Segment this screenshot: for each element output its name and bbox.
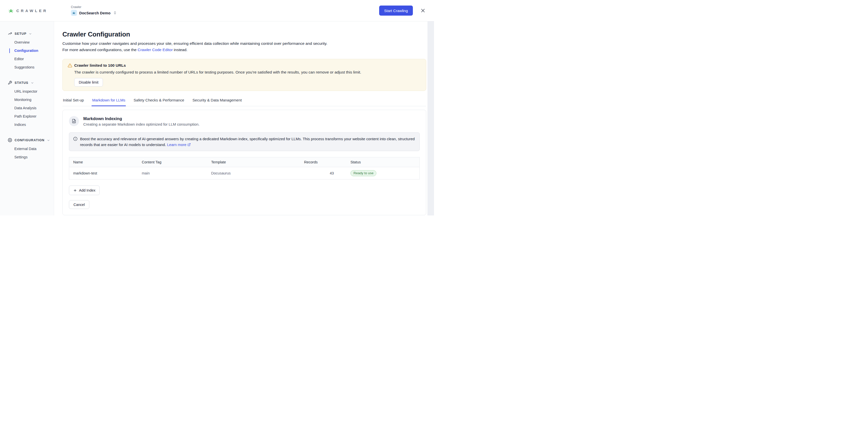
sidebar-item-data-analysis[interactable]: Data Analysis: [0, 104, 54, 112]
cancel-button[interactable]: Cancel: [69, 200, 89, 209]
brand-logo: CRAWLER: [8, 8, 48, 13]
warning-body: The crawler is currently configured to p…: [74, 69, 421, 75]
status-badge: Ready to use: [350, 170, 377, 176]
top-bar: CRAWLER Crawler DocSearch Demo Start Cra…: [0, 0, 434, 21]
main-content: Crawler Configuration Customise how your…: [54, 21, 434, 216]
markdown-index-table: Name Content Tag Template Records Status…: [69, 157, 420, 179]
sidebar-item-url-inspector[interactable]: URL inspector: [0, 87, 54, 96]
close-icon[interactable]: [421, 8, 426, 13]
description-line-1: Customise how your crawler navigates and…: [62, 41, 327, 46]
tab-initial-set-up[interactable]: Initial Set-up: [62, 98, 84, 106]
status-cell: Ready to use: [338, 167, 420, 179]
sidebar-section-setup: SETUP Overview Configuration Editor Sugg…: [0, 31, 54, 71]
crawler-app-window: CRAWLER Crawler DocSearch Demo Start Cra…: [0, 0, 434, 216]
crawler-badge-icon: [71, 10, 77, 16]
description-line-2-prefix: For more advanced configurations, use th…: [62, 48, 137, 52]
sidebar-item-external-data[interactable]: External Data: [0, 145, 54, 153]
chevron-up-down-icon: [113, 11, 117, 15]
spider-icon: [8, 8, 13, 13]
markdown-indexing-card: Markdown Indexing Creating a separate Ma…: [62, 110, 426, 215]
sidebar-section-configuration: CONFIGURATION External Data Settings: [0, 138, 54, 162]
column-header-template: Template: [207, 157, 300, 167]
sidebar: SETUP Overview Configuration Editor Sugg…: [0, 21, 54, 216]
sidebar-item-path-explorer[interactable]: Path Explorer: [0, 112, 54, 121]
info-text: Boost the accuracy and relevance of AI-g…: [80, 136, 415, 147]
sidebar-item-overview[interactable]: Overview: [0, 38, 54, 47]
description-line-2-suffix: instead.: [173, 48, 188, 52]
trending-up-icon: [8, 31, 12, 36]
gear-icon: [8, 138, 12, 142]
warning-triangle-icon: [68, 63, 72, 68]
sidebar-item-monitoring[interactable]: Monitoring: [0, 96, 54, 104]
learn-more-link[interactable]: Learn more: [167, 143, 191, 147]
tab-security-data-management[interactable]: Security & Data Management: [192, 98, 242, 106]
tab-safety-checks-performance[interactable]: Safety Checks & Performance: [133, 98, 185, 106]
sidebar-header-status[interactable]: STATUS: [0, 81, 54, 85]
wrench-icon: [8, 81, 12, 85]
card-subtitle: Creating a separate Markdown index optim…: [83, 122, 199, 126]
document-icon: [69, 116, 79, 126]
learn-more-label: Learn more: [167, 143, 186, 147]
column-header-status: Status: [338, 157, 420, 167]
crawler-selector-label: Crawler: [71, 5, 117, 9]
scrollbar-gutter[interactable]: [428, 21, 434, 216]
add-index-button[interactable]: Add Index: [69, 185, 100, 195]
sidebar-section-label: CONFIGURATION: [14, 139, 44, 142]
info-circle-icon: [73, 137, 78, 141]
sidebar-item-settings[interactable]: Settings: [0, 153, 54, 162]
sidebar-item-configuration[interactable]: Configuration: [0, 47, 54, 55]
column-header-content-tag: Content Tag: [138, 157, 207, 167]
info-text-body: Boost the accuracy and relevance of AI-g…: [80, 137, 415, 147]
sidebar-section-label: SETUP: [14, 32, 26, 35]
chevron-down-icon: [47, 139, 50, 142]
page-description: Customise how your crawler navigates and…: [62, 40, 426, 53]
table-header-row: Name Content Tag Template Records Status: [69, 157, 420, 167]
sidebar-item-indices[interactable]: Indices: [0, 121, 54, 129]
records-cell: 43: [300, 167, 338, 179]
template-cell: Docusaurus: [207, 167, 300, 179]
disable-limit-button[interactable]: Disable limit: [74, 78, 103, 87]
configuration-tabs: Initial Set-up Markdown for LLMs Safety …: [62, 98, 426, 106]
index-name-cell: markdown-test: [69, 167, 138, 179]
page-title: Crawler Configuration: [62, 30, 426, 38]
card-title: Markdown Indexing: [83, 116, 199, 121]
markdown-info-box: Boost the accuracy and relevance of AI-g…: [69, 133, 420, 151]
add-index-label: Add Index: [79, 188, 95, 192]
plus-icon: [73, 189, 77, 192]
content-tag-cell: main: [138, 167, 207, 179]
column-header-records: Records: [300, 157, 338, 167]
chevron-down-icon: [31, 81, 34, 84]
sidebar-header-configuration[interactable]: CONFIGURATION: [0, 138, 54, 142]
tab-markdown-for-llms[interactable]: Markdown for LLMs: [92, 98, 126, 106]
external-link-icon: [187, 143, 191, 146]
chevron-down-icon: [29, 32, 32, 35]
crawler-name: DocSearch Demo: [79, 11, 111, 15]
brand-wordmark: CRAWLER: [17, 8, 48, 13]
table-row[interactable]: markdown-test main Docusaurus 43 Ready t…: [69, 167, 420, 179]
sidebar-section-label: STATUS: [14, 81, 28, 85]
sidebar-header-setup[interactable]: SETUP: [0, 31, 54, 36]
warning-title: Crawler limited to 100 URLs: [74, 63, 126, 68]
crawler-code-editor-link[interactable]: Crawler Code Editor: [137, 48, 173, 52]
column-header-name: Name: [69, 157, 138, 167]
sidebar-section-status: STATUS URL inspector Monitoring Data Ana…: [0, 81, 54, 129]
url-limit-warning-banner: Crawler limited to 100 URLs The crawler …: [62, 59, 426, 91]
sidebar-item-editor[interactable]: Editor: [0, 55, 54, 63]
sidebar-item-suggestions[interactable]: Suggestions: [0, 63, 54, 71]
start-crawling-button[interactable]: Start Crawling: [379, 5, 413, 16]
crawler-selector[interactable]: Crawler DocSearch Demo: [71, 5, 117, 16]
